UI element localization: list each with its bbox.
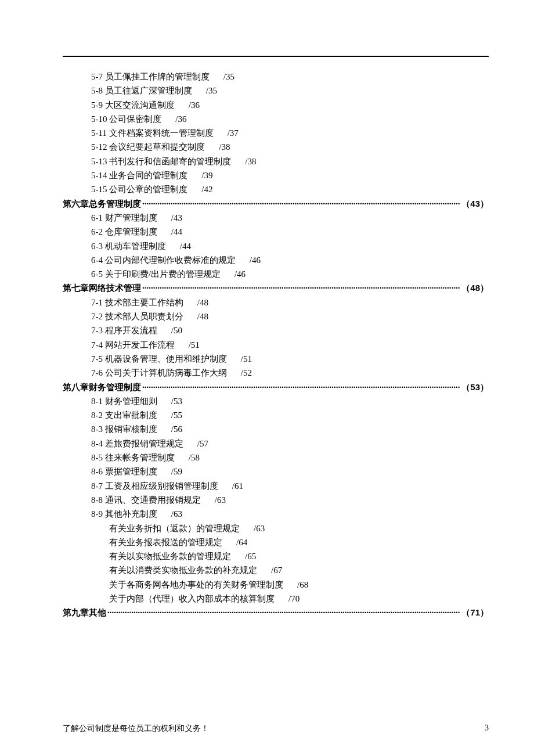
toc-item: 7-5 机器设备管理、使用和维护制度/51 [63,352,489,366]
item-title: 机动车管理制度 [105,242,166,251]
item-page: /42 [201,185,212,194]
item-page: /35 [206,86,217,95]
chapter-label: 第八章 [63,380,89,394]
item-page: /53 [171,397,182,406]
item-number: 8-5 [91,453,103,462]
subitem-title: 有关以消费类实物抵业务款的补充规定 [109,566,257,575]
toc-item: 5-11 文件档案资料统一管理制度/37 [63,126,489,140]
item-page: /48 [197,298,208,307]
item-title: 书刊发行和信函邮寄的管理制度 [109,157,231,166]
subitem-title: 关于内部（代理）收入内部成本的核算制度 [109,594,275,603]
header-rule [63,56,489,57]
item-number: 5-10 [91,114,107,124]
item-title: 文件档案资料统一管理制度 [109,128,214,138]
item-title: 网站开发工作流程 [105,340,175,350]
toc-content: 5-7 员工佩挂工作牌的管理制度/355-8 员工往返广深管理制度/355-9 … [63,58,489,620]
toc-subitem: 关于各商务网各地办事处的有关财务管理制度/68 [63,578,489,592]
toc-item: 8-3 报销审核制度/56 [63,422,489,436]
item-page: /63 [171,509,182,519]
toc-item: 6-5 关于印刷费/出片费的管理规定/46 [63,267,489,281]
item-title: 支出审批制度 [105,411,157,420]
toc-chapter: 第九章 其他（71） [63,606,489,620]
item-title: 员工往返广深管理制度 [105,86,192,95]
toc-chapter: 第六章 总务管理制度（43） [63,197,489,211]
toc-item: 8-2 支出审批制度/55 [63,408,489,422]
item-page: /59 [171,467,182,476]
toc-item: 6-4 公司内部代理制作收费标准的规定/46 [63,253,489,267]
toc-item: 8-5 往来帐务管理制度/58 [63,451,489,465]
toc-item: 7-6 公司关于计算机防病毒工作大纲/52 [63,366,489,380]
toc-item: 8-7 工资及相应级别报销管理制度/61 [63,479,489,493]
item-page: /56 [171,424,182,434]
item-title: 公司内部代理制作收费标准的规定 [105,255,236,265]
item-title: 往来帐务管理制度 [105,453,175,462]
subitem-title: 有关以实物抵业务款的管理规定 [109,552,231,561]
toc-chapter: 第七章 网络技术管理（48） [63,281,489,295]
item-number: 8-2 [91,411,103,420]
item-number: 7-2 [91,312,103,321]
item-number: 6-3 [91,242,103,251]
chapter-page: （48） [461,281,489,295]
item-page: /52 [241,368,252,377]
footer-text: 了解公司制度是每位员工的权利和义务！ [63,723,209,734]
subitem-page: /65 [245,552,256,561]
chapter-title: 财务管理制度 [89,380,141,394]
toc-item: 8-1 财务管理细则/53 [63,394,489,408]
leader-dots [141,197,461,211]
toc-item: 6-2 仓库管理制度/44 [63,225,489,239]
item-number: 5-13 [91,157,107,166]
page-footer: 了解公司制度是每位员工的权利和义务！ 3 [63,723,489,734]
item-number: 7-4 [91,340,103,350]
item-title: 通讯、交通费用报销规定 [105,495,201,505]
chapter-title: 总务管理制度 [89,197,141,211]
toc-item: 7-1 技术部主要工作结构/48 [63,296,489,309]
item-title: 大区交流沟通制度 [105,100,175,110]
item-page: /51 [189,340,200,350]
item-number: 5-12 [91,142,107,152]
chapter-page: （43） [461,197,489,211]
item-number: 8-1 [91,397,103,406]
item-title: 业务合同的管理制度 [109,171,187,180]
toc-item: 5-12 会议纪要起草和提交制度/38 [63,140,489,154]
item-title: 关于印刷费/出片费的管理规定 [105,269,221,279]
item-number: 8-9 [91,509,103,519]
item-number: 5-15 [91,185,107,194]
item-number: 6-4 [91,255,103,265]
item-number: 5-8 [91,86,103,95]
item-number: 5-14 [91,171,107,180]
leader-dots [106,606,461,620]
toc-item: 6-1 财产管理制度/43 [63,211,489,225]
item-title: 工资及相应级别报销管理制度 [105,481,218,491]
item-page: /37 [228,128,239,138]
item-number: 8-4 [91,439,103,448]
chapter-title: 网络技术管理 [89,281,141,295]
item-page: /43 [171,213,182,222]
item-page: /36 [189,100,200,110]
item-number: 6-2 [91,227,103,236]
item-page: /39 [201,171,212,180]
toc-item: 5-8 员工往返广深管理制度/35 [63,84,489,98]
toc-item: 5-9 大区交流沟通制度/36 [63,98,489,112]
item-number: 7-3 [91,326,103,335]
item-number: 7-6 [91,368,103,377]
item-page: /63 [215,495,226,505]
toc-item: 8-8 通讯、交通费用报销规定/63 [63,493,489,507]
toc-chapter: 第八章 财务管理制度（53） [63,380,489,394]
item-number: 7-1 [91,298,103,307]
item-title: 公司关于计算机防病毒工作大纲 [105,368,227,377]
chapter-label: 第七章 [63,281,89,295]
leader-dots [141,380,461,394]
item-title: 财务管理细则 [105,397,157,406]
item-title: 报销审核制度 [105,424,157,434]
chapter-label: 第九章 [63,606,89,620]
item-title: 差旅费报销管理规定 [105,439,183,448]
item-number: 6-5 [91,269,103,279]
toc-item: 5-7 员工佩挂工作牌的管理制度/35 [63,70,489,84]
leader-dots [141,281,461,295]
toc-item: 8-4 差旅费报销管理规定/57 [63,437,489,451]
item-page: /48 [197,312,208,321]
item-page: /44 [171,227,182,236]
item-title: 员工佩挂工作牌的管理制度 [105,72,210,81]
subitem-page: /67 [271,566,282,575]
toc-item: 7-4 网站开发工作流程/51 [63,338,489,352]
